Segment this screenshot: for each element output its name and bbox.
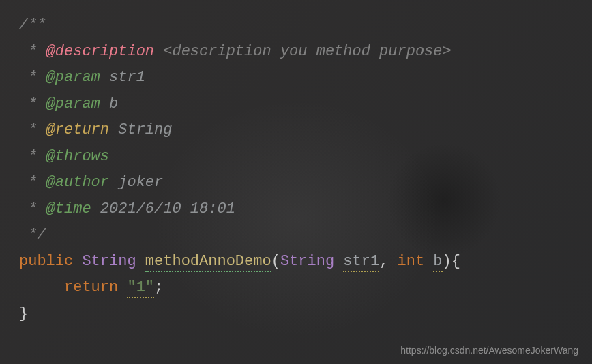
javadoc-open: /** <box>19 12 573 39</box>
watermark-url: https://blog.csdn.net/AwesomeJokerWang <box>400 345 578 356</box>
param-str1: str1 <box>343 253 379 272</box>
method-name: methodAnnoDemo <box>145 253 271 272</box>
method-signature: public String methodAnnoDemo(String str1… <box>19 249 573 275</box>
code-editor: /** * @description <description you meth… <box>0 0 592 339</box>
author-tag: @author <box>46 174 109 191</box>
param-tag: @param <box>46 95 100 112</box>
string-literal: "1" <box>127 279 154 298</box>
javadoc-description: * @description <description you method p… <box>19 39 573 65</box>
javadoc-param1: * @param str1 <box>19 65 573 91</box>
return-statement: return "1"; <box>19 275 573 301</box>
javadoc-author: * @author joker <box>19 170 573 196</box>
return-tag: @return <box>46 121 109 138</box>
javadoc-return: * @return String <box>19 117 573 144</box>
javadoc-param2: * @param b <box>19 91 573 118</box>
param-tag: @param <box>46 69 100 86</box>
throws-tag: @throws <box>46 148 109 165</box>
description-placeholder: <description you method purpose> <box>163 43 451 60</box>
description-tag: @description <box>46 43 154 60</box>
method-close: } <box>19 301 573 328</box>
time-tag: @time <box>46 200 91 217</box>
javadoc-time: * @time 2021/6/10 18:01 <box>19 196 573 223</box>
javadoc-close: */ <box>19 222 573 249</box>
javadoc-throws: * @throws <box>19 144 573 170</box>
param-b: b <box>433 253 442 272</box>
